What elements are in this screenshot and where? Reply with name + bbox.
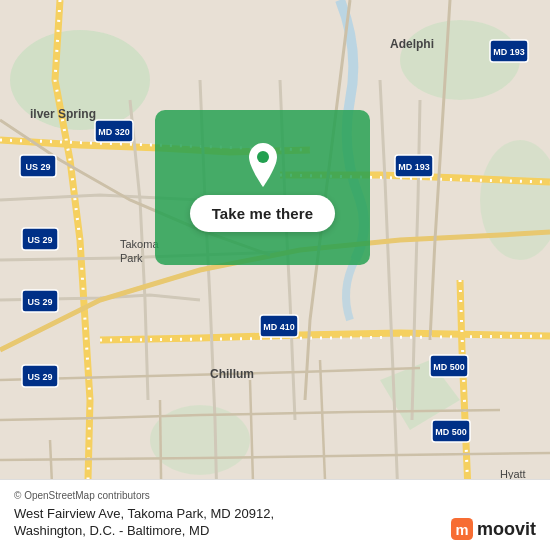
svg-text:US 29: US 29: [27, 297, 52, 307]
svg-text:MD 500: MD 500: [433, 362, 465, 372]
location-pin-icon: [244, 143, 282, 187]
svg-text:Park: Park: [120, 252, 143, 264]
svg-point-32: [257, 151, 269, 163]
svg-text:Adelphi: Adelphi: [390, 37, 434, 51]
svg-text:MD 193: MD 193: [493, 47, 525, 57]
moovit-logo: m moovit: [451, 518, 536, 540]
highlight-box: Take me there: [155, 110, 370, 265]
address-text: West Fairview Ave, Takoma Park, MD 20912…: [14, 505, 274, 540]
svg-text:US 29: US 29: [27, 235, 52, 245]
svg-text:MD 320: MD 320: [98, 127, 130, 137]
info-bar: © OpenStreetMap contributors West Fairvi…: [0, 479, 550, 550]
svg-text:Chillum: Chillum: [210, 367, 254, 381]
map-container: US 29 US 29 US 29 US 29 MD 320 MD 193 MD…: [0, 0, 550, 550]
map-roads: US 29 US 29 US 29 US 29 MD 320 MD 193 MD…: [0, 0, 550, 550]
svg-text:US 29: US 29: [27, 372, 52, 382]
svg-text:Takoma: Takoma: [120, 238, 159, 250]
svg-text:MD 410: MD 410: [263, 322, 295, 332]
svg-text:MD 193: MD 193: [398, 162, 430, 172]
svg-text:US 29: US 29: [25, 162, 50, 172]
svg-text:MD 500: MD 500: [435, 427, 467, 437]
take-me-there-button[interactable]: Take me there: [190, 195, 336, 232]
osm-attribution: © OpenStreetMap contributors: [14, 490, 536, 501]
moovit-text: moovit: [477, 519, 536, 540]
svg-text:m: m: [455, 522, 468, 538]
moovit-icon: m: [451, 518, 473, 540]
svg-text:ilver Spring: ilver Spring: [30, 107, 96, 121]
